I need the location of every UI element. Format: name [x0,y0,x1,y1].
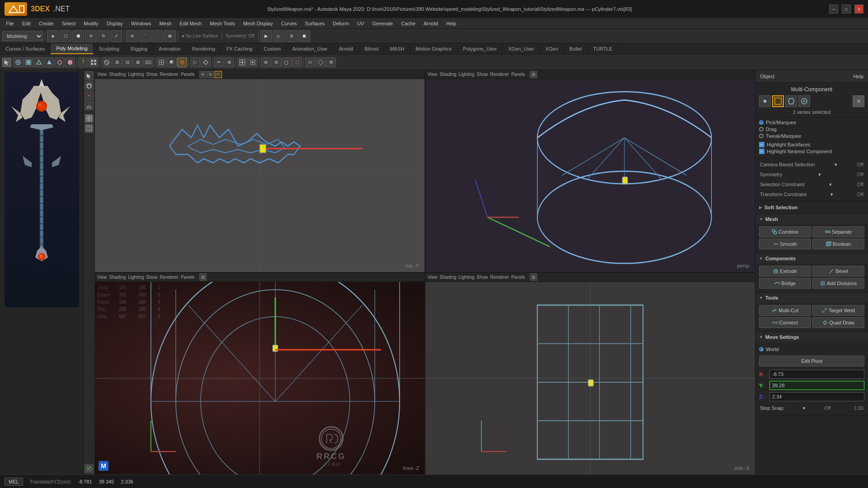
panel-object-label[interactable]: Object [760,74,774,79]
menu-edit[interactable]: Edit [19,20,34,27]
icon-btn-16[interactable]: ✏ [214,57,224,67]
maximize-button[interactable]: □ [842,5,851,14]
tab-custom[interactable]: Custom [258,43,287,54]
scale-btn[interactable]: ⤢ [110,30,122,42]
soft-select-btn[interactable] [85,101,94,110]
vp-front-lighting[interactable]: Lighting [128,275,144,280]
highlight-backfaces-check[interactable]: ✓ Highlight Backfaces [759,142,864,147]
tab-curves-surfaces[interactable]: Curves / Surfaces [0,43,51,54]
icon-btn-23[interactable]: ⬡ [292,57,302,67]
connect-btn[interactable]: Connect [759,317,811,328]
vp-side-show[interactable]: Show [476,275,488,280]
smooth-btn[interactable]: Smooth [759,239,811,249]
vp-shading-menu[interactable]: Shading [109,72,126,77]
menu-arnold[interactable]: Arnold [420,20,442,27]
vp-side-renderer[interactable]: Renderer [490,275,509,280]
move-tool-btn[interactable]: + [85,91,94,100]
highlight-nearest-check[interactable]: ✓ Highlight Nearest Component [759,149,864,154]
z-coord-input[interactable] [769,392,864,401]
icon-btn-10[interactable]: ⊞ [112,57,122,67]
comp-x-btn[interactable]: ✕ [853,95,864,107]
icon-btn-5[interactable] [55,57,65,67]
vp-persp-lighting[interactable]: Lighting [458,72,474,77]
vp-icon-2[interactable]: ⊟ [207,71,214,78]
viewport-persp[interactable]: View Shading Lighting Show Renderer Pane… [425,70,755,272]
icon-btn-12[interactable]: ⊠ [133,57,143,67]
icon-btn-15[interactable] [201,57,211,67]
view-4-btn[interactable] [85,114,94,123]
vp-icon-3[interactable]: ⊡ [215,71,222,78]
vp-side-view[interactable]: View [428,275,438,280]
tab-rendering[interactable]: Rendering [187,43,221,54]
snap-grid-btn[interactable]: ⊞ [126,30,138,42]
menu-mesh-tools[interactable]: Mesh Tools [206,20,238,27]
paint-select-btn[interactable] [85,81,94,90]
tab-arnold[interactable]: Arnold [333,43,359,54]
comp-edge-btn[interactable] [772,95,784,107]
vp-persp-renderer[interactable]: Renderer [490,72,509,77]
soft-selection-toggle[interactable]: ▶ Soft Selection [759,202,864,212]
menu-edit-mesh[interactable]: Edit Mesh [176,20,205,27]
menu-help[interactable]: Help [443,20,460,27]
icon-btn-6[interactable] [65,57,75,67]
modeling-mode-dropdown[interactable]: Modeling [2,31,43,41]
comp-multi-btn[interactable] [798,95,810,107]
vp-side-icon1[interactable]: ⊞ [530,273,537,281]
icon-btn-17[interactable]: ⊕ [224,57,234,67]
pause-btn[interactable]: ⏸ [286,30,297,42]
multi-cut-btn[interactable]: Multi-Cut [759,305,811,316]
mesh-section-header[interactable]: ▼ Mesh [755,214,868,224]
tab-polygons-user[interactable]: Polygons_User [458,43,503,54]
icon-btn-19[interactable] [248,57,258,67]
menu-select[interactable]: Select [58,20,80,27]
tab-motion-graphics[interactable]: Motion Graphics [410,43,458,54]
menu-modify[interactable]: Modify [80,20,102,27]
icon-btn-1[interactable] [13,57,23,67]
icon-btn-11[interactable]: ⊟ [123,57,132,67]
tab-bullet[interactable]: Bullet [564,43,588,54]
menu-uv[interactable]: UV [354,20,368,27]
tab-animation[interactable]: Animation [153,43,187,54]
lasso-btn[interactable]: ⬡ [60,30,71,42]
menu-file[interactable]: File [2,20,18,27]
icon-btn-tex[interactable] [177,57,187,67]
menu-display[interactable]: Display [103,20,127,27]
icon-btn-7[interactable]: T [78,57,88,67]
tab-turtle[interactable]: TURTLE [588,43,618,54]
vp-persp-view[interactable]: View [428,72,438,77]
tab-xgen[interactable]: XGen [540,43,564,54]
target-weld-btn[interactable]: Target Weld [812,305,864,316]
panel-help-label[interactable]: Help [853,74,863,79]
vp-show-menu[interactable]: Show [146,72,157,77]
icon-btn-25[interactable] [316,57,326,67]
icon-btn-18[interactable] [237,57,247,67]
extrude-btn[interactable]: Extrude [759,266,811,277]
tab-poly-modeling[interactable]: Poly Modeling [51,43,93,54]
combine-btn[interactable]: Combine [759,226,811,237]
stop-btn[interactable]: ⏹ [298,30,310,42]
tab-fx-caching[interactable]: FX Caching [221,43,258,54]
vp-side-panels[interactable]: Panels [511,275,525,280]
close-button[interactable]: ✕ [854,5,863,14]
vp-icon-1[interactable]: ⊞ [199,71,207,78]
vp-persp-shading[interactable]: Shading [440,72,457,77]
icon-btn-22[interactable] [282,57,292,67]
tab-bifrost[interactable]: Bifrost [359,43,384,54]
icon-btn-20[interactable]: ⊗ [261,57,271,67]
vp-persp-show[interactable]: Show [476,72,488,77]
tab-xgen-user[interactable]: XGen_User [503,43,540,54]
select-tool-btn[interactable]: ◈ [47,30,59,42]
icon-btn-14[interactable]: ▷ [190,57,200,67]
move-btn[interactable]: ✛ [85,30,97,42]
boolean-btn[interactable]: Boolean [812,239,864,249]
menu-curves[interactable]: Curves [278,20,301,27]
viewport-top[interactable]: View Shading Lighting Show Renderer Pane… [95,70,425,272]
icon-btn-8[interactable] [89,57,99,67]
quad-draw-btn[interactable]: Quad Draw [812,317,864,328]
icon-btn-4[interactable] [44,57,54,67]
snap-point-btn[interactable]: · [151,30,163,42]
ipr-btn[interactable]: ▷ [273,30,285,42]
mel-lang-selector[interactable]: MEL [5,478,23,486]
quick-select-btn[interactable] [85,464,94,473]
icon-btn-21[interactable]: ⊘ [271,57,281,67]
